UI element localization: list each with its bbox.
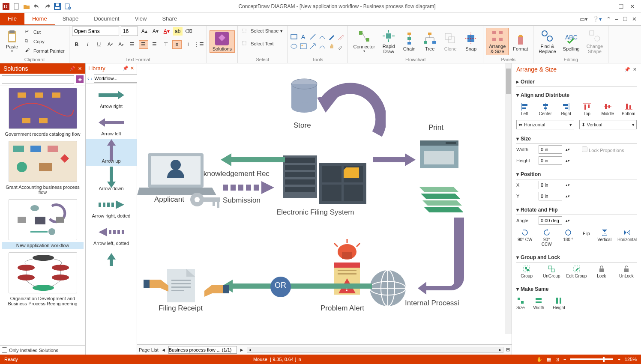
tool-rect-icon[interactable]: [290, 33, 298, 41]
arrow-left-icon[interactable]: [221, 153, 285, 166]
library-item[interactable]: Arrow right: [86, 84, 137, 111]
find-replace-button[interactable]: Find & Replace: [536, 28, 558, 55]
close-panel-icon[interactable]: ✕: [78, 66, 82, 72]
change-shape-button[interactable]: Change Shape: [584, 28, 606, 55]
mdi-min-icon[interactable]: –: [615, 16, 618, 22]
flip-vertical-button[interactable]: Vertical: [596, 229, 613, 247]
bullets-icon[interactable]: ⋮☰: [195, 40, 204, 49]
tool-pencil-icon[interactable]: [337, 33, 345, 41]
zoom-out-icon[interactable]: −: [563, 357, 566, 362]
library-item[interactable]: Arrow down: [86, 166, 137, 194]
arrow-left-long-icon[interactable]: [222, 280, 372, 292]
zoom-in-icon[interactable]: +: [617, 357, 620, 362]
connector-button[interactable]: Connector▾: [350, 29, 377, 54]
print-preview-icon[interactable]: [64, 3, 71, 10]
pin-icon[interactable]: 📌: [69, 66, 75, 72]
close-panel-icon[interactable]: ✕: [130, 66, 134, 71]
layout-icon[interactable]: ▭▾: [580, 16, 588, 22]
vertical-scrollbar[interactable]: [505, 63, 512, 334]
receipt-icon[interactable]: [144, 267, 229, 305]
align-bottom-icon[interactable]: ⊥: [183, 40, 193, 49]
library-item[interactable]: Arrow left: [86, 111, 137, 139]
tool-image-icon[interactable]: [300, 42, 307, 50]
superscript-icon[interactable]: A²: [105, 40, 115, 49]
tab-home[interactable]: Home: [24, 13, 55, 25]
tool-connector-icon[interactable]: [318, 33, 326, 41]
section-make-same[interactable]: ▾ Make Same: [516, 284, 637, 294]
format-painter-button[interactable]: 🖌Format Painter: [23, 47, 66, 55]
lock-button[interactable]: Lock: [591, 265, 612, 278]
section-position[interactable]: ▾ Position: [516, 170, 637, 179]
select-text-button[interactable]: ⬚Select Text: [240, 39, 276, 48]
select-shape-button[interactable]: ⬚Select Shape ▾: [240, 27, 285, 35]
edit-group-button[interactable]: Edit Group: [566, 265, 587, 278]
page-select[interactable]: [168, 346, 237, 354]
alert-icon[interactable]: !: [326, 239, 368, 303]
pin-icon[interactable]: 📌: [624, 67, 630, 72]
format-button[interactable]: Format: [510, 31, 530, 52]
redo-icon[interactable]: [44, 3, 51, 10]
close-panel-icon[interactable]: ✕: [633, 67, 637, 72]
help-icon[interactable]: ❔▾: [592, 16, 602, 22]
store-node-icon[interactable]: [287, 76, 321, 119]
align-middle-icon[interactable]: ≡: [172, 40, 182, 49]
rotate-90ccw-button[interactable]: 90° CCW: [538, 229, 555, 247]
distribute-vertical[interactable]: ⬍ Vertical▾: [579, 120, 637, 129]
distribute-horizontal[interactable]: ⬌ Horizontal▾: [516, 120, 574, 129]
section-size[interactable]: ▾ Size: [516, 134, 637, 144]
highlight-icon[interactable]: ab: [173, 27, 183, 36]
cut-button[interactable]: ✂Cut: [23, 28, 66, 36]
page-next-icon[interactable]: ►: [240, 347, 244, 352]
tree-button[interactable]: Tree: [420, 31, 439, 52]
y-input[interactable]: [539, 192, 562, 200]
tab-share[interactable]: Share: [154, 13, 185, 25]
section-group[interactable]: ▾ Group and Lock: [516, 253, 637, 263]
height-input[interactable]: [539, 156, 562, 165]
grid-icon[interactable]: ▦: [547, 357, 551, 362]
width-input[interactable]: [539, 145, 562, 154]
size-select[interactable]: [121, 27, 138, 36]
snap-button[interactable]: Snap: [461, 31, 480, 52]
subscript-icon[interactable]: A₂: [117, 40, 126, 49]
font-select[interactable]: [72, 27, 119, 36]
open-icon[interactable]: [23, 3, 30, 10]
solution-item[interactable]: Organization Development and Business Pr…: [2, 252, 84, 307]
tool-line-icon[interactable]: [309, 33, 317, 41]
library-item[interactable]: Arrow left, dotted: [86, 221, 137, 248]
rotate-90cw-button[interactable]: 90° CW: [516, 229, 533, 247]
arrange-size-button[interactable]: Arrange & Size: [486, 28, 509, 55]
solutions-search-input[interactable]: [2, 75, 74, 84]
tool-curve-icon[interactable]: [318, 42, 326, 50]
save-icon[interactable]: [54, 3, 61, 10]
spelling-button[interactable]: ABCSpelling: [560, 31, 582, 52]
file-tab[interactable]: File: [0, 13, 24, 25]
tool-ellipse-icon[interactable]: [290, 42, 298, 50]
same-width-button[interactable]: Width: [533, 297, 544, 310]
same-size-button[interactable]: Size: [516, 297, 524, 310]
library-item[interactable]: [86, 248, 137, 271]
section-order[interactable]: ▸ Order: [516, 77, 637, 87]
mdi-max-icon[interactable]: ☐: [623, 16, 628, 22]
chain-button[interactable]: Chain: [400, 31, 419, 52]
solution-item[interactable]: New application workflow: [2, 199, 84, 249]
canvas[interactable]: Store Print Electronic Filing System Ack…: [137, 63, 512, 344]
tool-text-icon[interactable]: A: [300, 33, 307, 41]
angle-input[interactable]: [539, 216, 562, 225]
unlock-button[interactable]: UnLock: [616, 265, 637, 278]
tool-hand-icon[interactable]: [328, 42, 335, 50]
bold-icon[interactable]: B: [72, 40, 81, 49]
tool-arrow-icon[interactable]: [309, 42, 317, 50]
globe-icon[interactable]: [368, 269, 407, 307]
arrow-right-dotted-icon[interactable]: [223, 181, 279, 194]
min-button[interactable]: —: [606, 3, 612, 10]
new-icon[interactable]: [13, 3, 20, 10]
close-button[interactable]: ✕: [630, 3, 635, 10]
flip-horizontal-button[interactable]: Horizontal: [617, 229, 637, 247]
lib-prev-icon[interactable]: ‹: [87, 76, 89, 81]
solution-item[interactable]: Grant Accounting business process flow: [2, 141, 84, 196]
align-top-button[interactable]: Top: [579, 103, 596, 116]
italic-icon[interactable]: I: [83, 40, 93, 49]
tool-pen-icon[interactable]: [328, 33, 335, 41]
ungroup-button[interactable]: UnGroup: [541, 265, 562, 278]
clear-format-icon[interactable]: ⌫: [184, 27, 194, 36]
